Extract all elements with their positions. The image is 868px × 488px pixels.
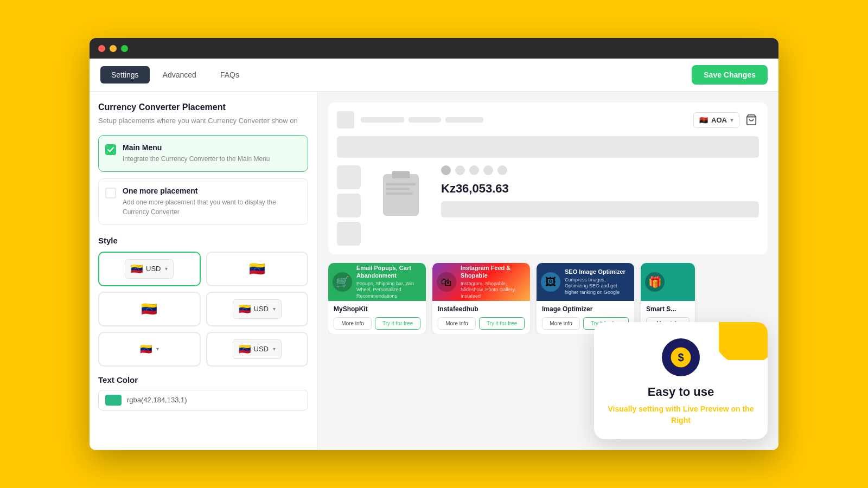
app-title-image-optimizer: SEO Image Optimizer [565, 268, 630, 275]
app-banner-instafeedhub: 🛍 Instagram Feed & Shopable Instagram, S… [432, 263, 530, 301]
store-header: 🇦🇴 AOA ▾ [337, 111, 759, 129]
app-banner-smart: 🎁 [641, 263, 695, 301]
app-try-instafeedhub[interactable]: Try it for free [479, 317, 525, 330]
dot-1 [441, 165, 451, 175]
app-card-instafeedhub: 🛍 Instagram Feed & Shopable Instagram, S… [432, 263, 530, 334]
chevron-icon-4: ▾ [273, 306, 276, 312]
app-text-instafeedhub: Instagram Feed & Shopable Instagram, Sho… [461, 264, 526, 300]
currency-code-4: USD [254, 305, 269, 313]
style-flag-pill-6: 🇻🇪 USD ▾ [233, 339, 282, 359]
store-logo [337, 111, 354, 129]
color-input-row[interactable]: rgba(42,184,133,1) [98, 390, 308, 410]
flag-icon-2: 🇻🇪 [249, 261, 265, 277]
product-section: Kz36,053.63 [337, 165, 759, 246]
promo-subtitle: Visually setting with Live Preview on th… [607, 403, 755, 426]
svg-rect-2 [392, 171, 410, 178]
style-flag-pill-4: 🇻🇪 USD ▾ [233, 299, 282, 319]
app-name-smart: Smart S... [646, 305, 690, 313]
flag-icon-3: 🇻🇪 [141, 301, 157, 317]
nav-line-3 [445, 117, 483, 123]
style-option-6[interactable]: 🇻🇪 USD ▾ [206, 332, 309, 367]
one-more-desc: Add one more placement that you want to … [123, 197, 300, 217]
placement-section-title: Currency Converter Placement [98, 102, 308, 112]
product-main-image [368, 165, 433, 230]
app-name-instafeedhub: Instafeedhub [438, 305, 525, 313]
dot-4 [483, 165, 493, 175]
chevron-icon-1: ▾ [165, 266, 168, 272]
product-details: Kz36,053.63 [441, 165, 759, 217]
promo-title: Easy to use [607, 385, 755, 399]
main-menu-desc: Integrate the Currency Converter to the … [123, 154, 270, 164]
nav-line-1 [361, 117, 404, 123]
preview-flag: 🇦🇴 [699, 116, 708, 124]
app-title-myshopkit: Email Popups, Cart Abandonment [356, 264, 422, 280]
chevron-icon-5: ▾ [156, 346, 159, 352]
app-name-myshopkit: MyShopKit [334, 305, 420, 313]
main-menu-checkbox[interactable] [105, 144, 116, 155]
app-icon-image-optimizer: 🖼 [541, 272, 560, 292]
app-sub-instafeedhub: Instagram, Shopable, Slideshow, Photo Ga… [461, 281, 526, 300]
tab-faqs[interactable]: FAQs [209, 66, 250, 84]
product-price: Kz36,053.63 [441, 182, 759, 196]
flag-icon-6: 🇻🇪 [239, 343, 251, 355]
chevron-icon-6: ▾ [273, 346, 276, 352]
close-dot[interactable] [98, 45, 105, 52]
nav-line-2 [409, 117, 441, 123]
promo-card: $ Easy to use Visually setting with Live… [594, 322, 768, 439]
app-icon-myshopkit: 🛒 [333, 272, 352, 292]
placement-main-menu[interactable]: Main Menu Integrate the Currency Convert… [98, 135, 308, 172]
flag-icon-5: 🇻🇪 [140, 343, 152, 355]
currency-chevron: ▾ [730, 117, 733, 124]
tab-advanced[interactable]: Advanced [152, 66, 207, 84]
text-color-label: Text Color [98, 375, 308, 384]
app-card-myshopkit: 🛒 Email Popups, Cart Abandonment Popups,… [328, 263, 426, 334]
store-nav [361, 117, 687, 123]
style-option-2[interactable]: 🇻🇪 [206, 252, 309, 286]
app-info-image-optimizer[interactable]: More info [542, 317, 580, 330]
thumb-2 [337, 194, 361, 217]
wave-decoration [719, 322, 768, 360]
title-bar [90, 38, 778, 59]
style-option-5[interactable]: 🇻🇪 ▾ [98, 332, 201, 367]
flag-icon-1: 🇻🇪 [131, 263, 143, 275]
app-actions-instafeedhub: More info Try it for free [438, 317, 525, 330]
style-flag-pill-1: 🇻🇪 USD ▾ [125, 259, 174, 279]
maximize-dot[interactable] [121, 45, 128, 52]
minimize-dot[interactable] [110, 45, 117, 52]
store-banner [337, 136, 759, 158]
placement-section-subtitle: Setup placements where you want Currency… [98, 115, 308, 126]
placement-one-more[interactable]: One more placement Add one more placemen… [98, 178, 308, 225]
product-btn-placeholder [441, 201, 759, 217]
style-option-4[interactable]: 🇻🇪 USD ▾ [206, 292, 309, 326]
promo-icon: $ [662, 338, 700, 376]
app-text-image-optimizer: SEO Image Optimizer Compress Images, Opt… [565, 268, 630, 296]
svg-text:$: $ [678, 351, 684, 363]
app-sub-image-optimizer: Compress Images, Optimizing SEO and get … [565, 277, 630, 296]
dot-2 [455, 165, 465, 175]
tab-settings[interactable]: Settings [100, 66, 150, 84]
top-nav: Settings Advanced FAQs Save Changes [90, 59, 778, 92]
app-info-myshopkit[interactable]: More info [334, 317, 372, 330]
app-text-myshopkit: Email Popups, Cart Abandonment Popups, S… [356, 264, 422, 300]
save-changes-button[interactable]: Save Changes [692, 65, 768, 85]
one-more-checkbox[interactable] [105, 188, 116, 198]
style-grid: 🇻🇪 USD ▾ 🇻🇪 🇻🇪 🇻🇪 [98, 252, 308, 367]
app-name-image-optimizer: Image Optimizer [542, 305, 629, 313]
style-option-3[interactable]: 🇻🇪 [98, 292, 201, 326]
style-flag-pill-5: 🇻🇪 ▾ [135, 340, 164, 358]
app-info-instafeedhub[interactable]: More info [438, 317, 476, 330]
currency-code-1: USD [146, 265, 161, 273]
currency-badge: 🇦🇴 AOA ▾ [693, 112, 739, 128]
flag-icon-4: 🇻🇪 [239, 303, 251, 315]
app-icon-instafeedhub: 🛍 [437, 272, 456, 292]
sidebar: Currency Converter Placement Setup place… [90, 92, 317, 450]
app-sub-myshopkit: Popups, Shipping bar, Win Wheel, Persona… [356, 281, 422, 300]
product-thumbnails [337, 165, 361, 246]
dot-5 [497, 165, 507, 175]
app-body-instafeedhub: Instafeedhub More info Try it for free [432, 301, 530, 334]
app-body-myshopkit: MyShopKit More info Try it for free [328, 301, 426, 334]
dot-3 [469, 165, 479, 175]
svg-rect-3 [386, 183, 416, 185]
app-try-myshopkit[interactable]: Try it for free [375, 317, 420, 330]
style-option-1[interactable]: 🇻🇪 USD ▾ [98, 252, 201, 286]
